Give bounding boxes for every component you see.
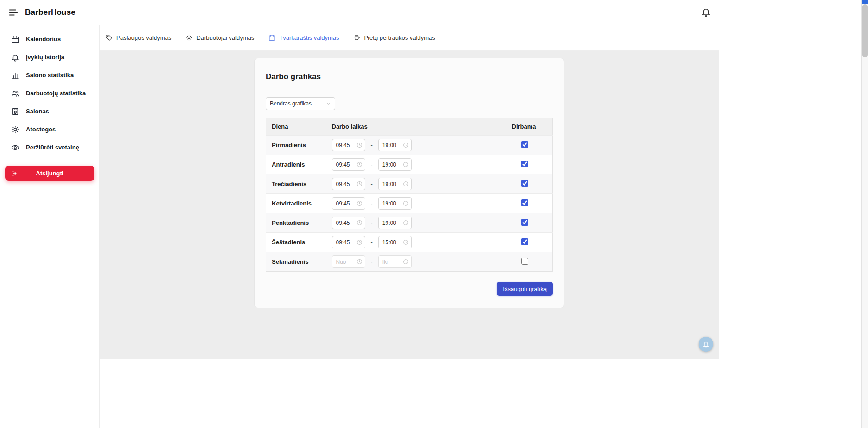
sidebar-item-atostogos[interactable]: Atostogos <box>0 120 99 138</box>
sidebar-item-perziureti-svetaine[interactable]: Peržiūrėti svetainę <box>0 138 99 156</box>
tab-label: Paslaugos valdymas <box>116 34 171 41</box>
time-from-field <box>332 197 365 210</box>
schedule-row-pirmadienis: Pirmadienis - <box>266 136 553 155</box>
working-checkbox[interactable] <box>521 199 528 206</box>
header-dirbama: Dirbama <box>506 118 553 136</box>
bar-chart-icon <box>11 71 19 80</box>
working-checkbox[interactable] <box>521 161 528 167</box>
time-to-field <box>378 158 412 171</box>
bell-icon <box>11 53 19 62</box>
sidebar-item-darbuotoju-statistika[interactable]: Darbuotojų statistika <box>0 84 99 102</box>
sidebar-item-salono-statistika[interactable]: Salono statistika <box>0 66 99 84</box>
card-title: Darbo grafikas <box>266 72 553 81</box>
time-to-input[interactable] <box>378 197 412 210</box>
sidebar-item-label: Kalendorius <box>26 36 61 43</box>
day-label: Pirmadienis <box>266 136 326 155</box>
sidebar-item-label: Salonas <box>26 108 49 115</box>
working-checkbox[interactable] <box>521 141 528 148</box>
working-checkbox[interactable] <box>521 258 528 265</box>
tab-label: Tvarkaraštis valdymas <box>279 34 339 41</box>
time-to-field <box>378 217 412 229</box>
scrollbar-thumb[interactable] <box>862 4 868 57</box>
sidebar-item-kalendorius[interactable]: Kalendorius <box>0 30 99 48</box>
save-row: Išsaugoti grafiką <box>266 282 553 296</box>
time-to-input[interactable] <box>378 139 412 151</box>
working-checkbox[interactable] <box>521 219 528 226</box>
app-title: BarberHouse <box>25 8 75 17</box>
time-from-input[interactable] <box>332 178 365 190</box>
logout-icon <box>11 170 18 177</box>
sidebar-item-salonas[interactable]: Salonas <box>0 102 99 120</box>
time-from-input[interactable] <box>332 217 365 229</box>
users-icon <box>11 89 19 98</box>
notification-fab[interactable] <box>699 337 713 352</box>
sidebar-item-label: Peržiūrėti svetainę <box>26 144 79 151</box>
logout-button[interactable]: Atsijungti <box>5 166 94 181</box>
time-from-input[interactable] <box>332 139 365 151</box>
sidebar-item-label: Salono statistika <box>26 72 74 79</box>
eye-icon <box>11 143 19 152</box>
schedule-row-sekmadienis: Sekmadienis - <box>266 252 553 272</box>
time-separator: - <box>371 258 373 265</box>
tab-paslaugos-valdymas[interactable]: Paslaugos valdymas <box>105 25 172 50</box>
day-label: Antradienis <box>266 155 326 174</box>
notifications-bell-icon[interactable] <box>701 7 711 17</box>
time-to-input[interactable] <box>378 178 412 190</box>
save-schedule-button[interactable]: Išsaugoti grafiką <box>497 282 553 296</box>
schedule-row-sestadienis: Šeštadienis - <box>266 233 553 252</box>
day-label: Trečiadienis <box>266 174 326 194</box>
header-darbo-laikas: Darbo laikas <box>326 118 506 136</box>
time-to-input[interactable] <box>378 158 412 171</box>
time-from-input[interactable] <box>332 255 365 268</box>
chevron-down-icon <box>325 101 331 106</box>
time-from-field <box>332 255 365 268</box>
main-content: Paslaugos valdymas Darbuotojai valdymas … <box>100 25 719 359</box>
sidebar-item-ivykiu-istorija[interactable]: Įvykių istorija <box>0 48 99 66</box>
scrollbar[interactable] <box>861 0 868 428</box>
day-label: Sekmadienis <box>266 252 326 272</box>
tab-pietu-pertraukos-valdymas[interactable]: Pietų pertraukos valdymas <box>353 25 436 50</box>
schedule-type-select[interactable]: Bendras grafikas <box>266 97 335 110</box>
menu-icon[interactable] <box>8 7 19 18</box>
time-separator: - <box>371 200 373 207</box>
sidebar: Kalendorius Įvykių istorija Salono stati… <box>0 25 100 428</box>
working-checkbox[interactable] <box>521 180 528 187</box>
sidebar-item-label: Atostogos <box>26 126 56 133</box>
tag-icon <box>106 34 112 41</box>
schedule-row-ketvirtadienis: Ketvirtadienis - <box>266 194 553 213</box>
time-separator: - <box>371 219 373 226</box>
building-icon <box>11 107 19 116</box>
management-tabs: Paslaugos valdymas Darbuotojai valdymas … <box>100 25 719 51</box>
schedule-row-penktadienis: Penktadienis - <box>266 213 553 233</box>
tab-tvarkarastis-valdymas[interactable]: Tvarkaraštis valdymas <box>268 25 340 50</box>
time-from-field <box>332 139 365 151</box>
schedule-row-treciadienis: Trečiadienis - <box>266 174 553 194</box>
working-checkbox[interactable] <box>521 238 528 245</box>
time-from-field <box>332 158 365 171</box>
scrollbar-accent <box>862 0 868 4</box>
header-diena: Diena <box>266 118 326 136</box>
calendar-icon <box>269 34 275 41</box>
sidebar-item-label: Įvykių istorija <box>26 54 64 61</box>
time-separator: - <box>371 180 373 187</box>
tab-label: Darbuotojai valdymas <box>196 34 254 41</box>
time-from-field <box>332 236 365 248</box>
time-from-input[interactable] <box>332 158 365 171</box>
content-area: Darbo grafikas Bendras grafikas Diena Da… <box>100 51 719 359</box>
time-to-input[interactable] <box>378 217 412 229</box>
time-from-input[interactable] <box>332 197 365 210</box>
time-from-field <box>332 178 365 190</box>
time-to-field <box>378 197 412 210</box>
time-to-input[interactable] <box>378 255 412 268</box>
table-header-row: Diena Darbo laikas Dirbama <box>266 118 553 136</box>
day-label: Penktadienis <box>266 213 326 233</box>
time-to-field <box>378 139 412 151</box>
sun-icon <box>11 125 19 134</box>
day-label: Ketvirtadienis <box>266 194 326 213</box>
topbar: BarberHouse <box>0 0 861 25</box>
time-to-input[interactable] <box>378 236 412 248</box>
tab-darbuotojai-valdymas[interactable]: Darbuotojai valdymas <box>185 25 255 50</box>
time-from-input[interactable] <box>332 236 365 248</box>
time-to-field <box>378 236 412 248</box>
time-from-field <box>332 217 365 229</box>
